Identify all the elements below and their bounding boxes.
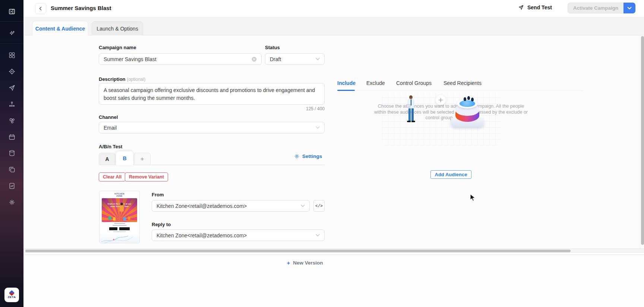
chevron-down-icon	[627, 7, 632, 10]
report-doc-icon[interactable]	[8, 182, 16, 190]
plus-circle-icon	[436, 95, 446, 105]
channel-select[interactable]: Email	[99, 122, 325, 133]
send-test-label: Send Test	[527, 4, 552, 10]
variant-tab-b[interactable]: B	[116, 151, 133, 165]
activate-campaign-button[interactable]: Activate Campaign	[568, 3, 624, 13]
thumbnail-text-line	[113, 231, 126, 232]
audience-podium-illustration	[450, 94, 484, 130]
chevron-down-icon	[301, 205, 305, 207]
email-preview-thumbnail[interactable]: KITCHEN ZONE Explore the offers at our r…	[99, 191, 140, 243]
chevron-left-icon	[38, 6, 43, 11]
goals-target-icon[interactable]	[8, 67, 16, 76]
thumbnail-brand-logo: KITCHEN ZONE	[100, 193, 139, 197]
reply-to-label: Reply to	[152, 222, 171, 227]
sidebar-divider	[0, 43, 23, 44]
status-value: Draft	[270, 56, 281, 62]
chevron-down-icon	[316, 126, 320, 129]
audience-tab-control-groups[interactable]: Control Groups	[396, 80, 432, 86]
audience-tab-exclude[interactable]: Exclude	[366, 80, 385, 86]
hero-person	[120, 203, 123, 205]
description-optional-hint: (optional)	[127, 77, 145, 82]
app-window: ZETA Summer Savings Blast Send Test Acti…	[0, 0, 644, 307]
top-header: Summer Savings Blast Send Test Activate …	[23, 0, 644, 18]
dashboard-grid-icon[interactable]	[8, 51, 16, 59]
active-tab-underline	[337, 90, 355, 91]
send-test-button[interactable]: Send Test	[518, 4, 552, 10]
person-illustration	[405, 95, 416, 127]
tab-launch-options[interactable]: Launch & Options	[92, 21, 143, 36]
tab-content-audience[interactable]: Content & Audience	[32, 21, 88, 36]
ab-settings-button[interactable]: Settings	[294, 154, 322, 159]
from-select[interactable]: Kitchen Zone<retail@zetademos.com>	[152, 200, 310, 212]
plus-icon: +	[287, 261, 290, 265]
journey-tree-icon[interactable]	[8, 100, 16, 108]
channel-value: Email	[104, 125, 117, 131]
zeta-diamond-icon	[9, 290, 15, 296]
database-icon[interactable]	[8, 149, 16, 157]
sparkles-ai-icon[interactable]	[8, 29, 16, 38]
vertical-scrollbar-track	[640, 35, 644, 249]
horizontal-scrollbar-track	[23, 249, 644, 253]
character-count: 125 / 400	[283, 106, 325, 111]
thumbnail-text-line	[113, 225, 127, 226]
zeta-logo-text: ZETA	[8, 295, 16, 299]
sidebar-divider	[0, 21, 23, 22]
page-tabstrip: Content & Audience Launch & Options	[23, 18, 644, 35]
activate-campaign-caret-button[interactable]	[624, 3, 635, 13]
vertical-scrollbar-thumb[interactable]	[641, 36, 644, 245]
description-textarea[interactable]: A seasonal campaign offering exclusive d…	[99, 83, 325, 105]
campaigns-send-icon[interactable]	[8, 84, 16, 92]
clear-all-button[interactable]: Clear All	[99, 173, 126, 181]
campaign-name-input[interactable]: Summer Savings Blast	[99, 53, 262, 65]
settings-gear-icon[interactable]	[8, 198, 16, 206]
send-plane-icon	[518, 4, 524, 10]
thumbnail-text-line	[114, 223, 125, 224]
clear-input-icon[interactable]	[252, 57, 257, 62]
thumbnail-footer-illustration	[100, 234, 139, 243]
chevron-down-icon	[316, 58, 320, 60]
audience-tab-include[interactable]: Include	[337, 80, 356, 86]
copy-pages-icon[interactable]	[8, 165, 16, 174]
description-label: Description (optional)	[99, 76, 145, 82]
activate-campaign-split-button: Activate Campaign	[568, 3, 635, 13]
thumbnail-buttons	[100, 227, 139, 230]
add-variant-tab[interactable]: +	[134, 153, 151, 165]
reply-to-value: Kitchen Zone<retail@zetademos.com>	[157, 232, 247, 238]
settings-gear-icon	[294, 154, 300, 159]
variant-tab-a[interactable]: A	[99, 153, 116, 165]
zeta-logo[interactable]: ZETA	[4, 288, 19, 302]
from-value: Kitchen Zone<retail@zetademos.com>	[157, 203, 247, 209]
add-audience-button[interactable]: Add Audience	[430, 170, 471, 179]
ab-settings-label: Settings	[302, 154, 322, 159]
remove-variant-button[interactable]: Remove Variant	[125, 173, 168, 181]
segments-circles-icon[interactable]	[8, 117, 16, 125]
description-value: A seasonal campaign offering exclusive d…	[104, 86, 320, 102]
channel-label: Channel	[99, 114, 118, 120]
campaign-name-label: Campaign name	[99, 45, 136, 50]
back-button[interactable]	[35, 3, 46, 14]
bottom-bar: + New Version	[23, 254, 644, 307]
abn-test-label: A/B/n Test	[99, 144, 122, 149]
calendar-icon[interactable]	[8, 133, 16, 141]
content-area: Campaign name Summer Savings Blast Statu…	[23, 35, 640, 249]
audience-tabs-divider	[337, 91, 583, 91]
panel-toggle-icon[interactable]	[8, 7, 16, 16]
audience-tab-seed-recipients[interactable]: Seed Recipients	[443, 80, 482, 86]
edit-html-code-button[interactable]: </>	[313, 200, 325, 212]
reply-to-select[interactable]: Kitchen Zone<retail@zetademos.com>	[152, 230, 325, 241]
status-label: Status	[265, 45, 280, 50]
from-label: From	[152, 192, 164, 197]
page-title: Summer Savings Blast	[51, 5, 111, 11]
mouse-cursor	[470, 194, 476, 203]
chevron-down-icon	[316, 234, 320, 237]
thumbnail-hero-image: Explore the offers at our retail Summer …	[102, 198, 137, 222]
campaign-name-value: Summer Savings Blast	[104, 56, 252, 62]
left-nav-sidebar: ZETA	[0, 0, 23, 307]
status-select[interactable]: Draft	[265, 53, 325, 65]
horizontal-scrollbar-thumb[interactable]	[25, 250, 571, 252]
new-version-button[interactable]: + New Version	[23, 260, 586, 266]
